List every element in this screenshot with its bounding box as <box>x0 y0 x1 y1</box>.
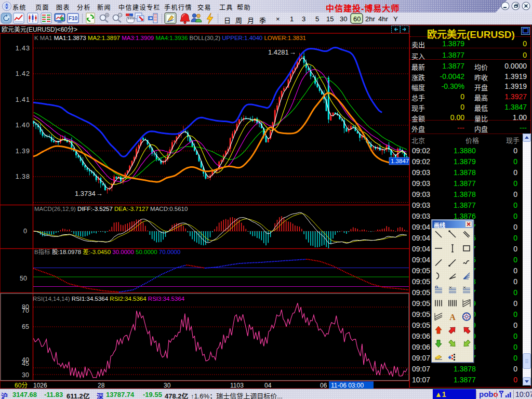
svg-text:1103: 1103 <box>230 382 244 389</box>
svg-text:11-06 03:00: 11-06 03:00 <box>331 382 364 389</box>
svg-text:1.40: 1.40 <box>16 122 30 129</box>
svg-text:G: G <box>435 285 438 289</box>
svg-text:1.41: 1.41 <box>16 96 30 103</box>
svg-text:1.42: 1.42 <box>16 70 30 77</box>
svg-text:04: 04 <box>264 382 272 389</box>
svg-text:K MA1 MA1:1.3873 MA2:1.3897 MA: K MA1 MA1:1.3873 MA2:1.3897 MA3:1.3909 M… <box>34 35 306 41</box>
svg-text:F10: F10 <box>69 16 78 21</box>
svg-text:1.3734→: 1.3734→ <box>75 190 103 197</box>
svg-text:60分: 60分 <box>15 382 28 389</box>
svg-text:欧元美元(EURUSD)<60分>: 欧元美元(EURUSD)<60分> <box>2 26 77 33</box>
svg-text:45: 45 <box>22 360 29 367</box>
svg-text:B指标 股:18.0978 差:-3.0450 30.000: B指标 股:18.0978 差:-3.0450 30.0000 50.0000 … <box>34 248 180 255</box>
svg-text:65: 65 <box>22 323 29 330</box>
svg-text:1.39: 1.39 <box>16 148 30 155</box>
svg-text:1.4281→: 1.4281→ <box>268 48 296 56</box>
svg-text:1.43: 1.43 <box>16 45 30 52</box>
svg-text:1.3847: 1.3847 <box>391 158 409 164</box>
svg-text:30: 30 <box>22 371 29 379</box>
svg-text:A: A <box>449 313 456 322</box>
svg-text:06: 06 <box>320 382 327 389</box>
svg-text:MACD(26,12,9) DIFF:-3.5257 DEA: MACD(26,12,9) DIFF:-3.5257 DEA:-3.7127 M… <box>34 206 188 212</box>
svg-text:0: 0 <box>23 228 27 235</box>
svg-text:28: 28 <box>98 382 105 389</box>
svg-text:30: 30 <box>164 382 171 389</box>
svg-text:1.38: 1.38 <box>16 173 30 180</box>
svg-text:1026: 1026 <box>33 382 47 389</box>
svg-text:RSI(14,14,14) RSI1:34.5364 RSI: RSI(14,14,14) RSI1:34.5364 RSI2:34.5364 … <box>33 296 185 302</box>
svg-text:70: 70 <box>22 307 29 314</box>
svg-text:50: 50 <box>20 275 27 282</box>
